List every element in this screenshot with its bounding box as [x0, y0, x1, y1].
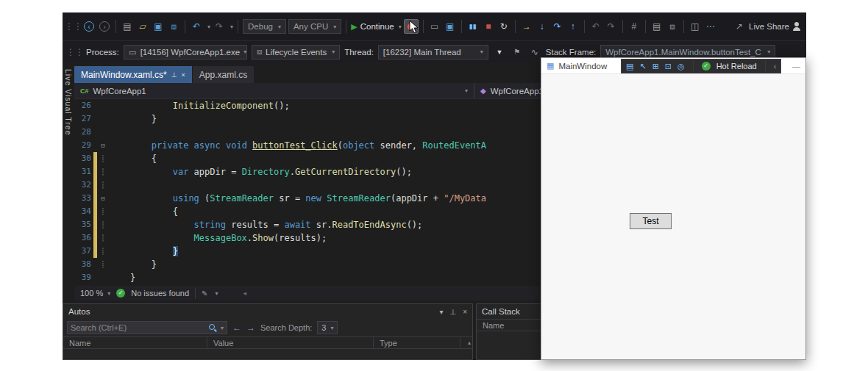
- test-button[interactable]: Test: [630, 213, 672, 229]
- minimize-icon[interactable]: —: [792, 62, 800, 71]
- live-visual-tree-icon[interactable]: ▤: [626, 62, 633, 71]
- new-item-icon[interactable]: ▤: [121, 19, 134, 34]
- show-threads-icon[interactable]: #: [627, 19, 641, 34]
- line-number[interactable]: 37: [74, 245, 93, 258]
- line-number[interactable]: 30: [74, 152, 93, 165]
- show-next-statement-icon[interactable]: →: [520, 19, 533, 34]
- hot-reload-label[interactable]: Hot Reload: [716, 62, 757, 71]
- search-back-icon[interactable]: ←: [232, 323, 241, 333]
- chevron-down-icon: ▾: [207, 24, 210, 30]
- undo-button[interactable]: ↶ ▾: [190, 19, 210, 34]
- panel-menu-icon[interactable]: ▾: [439, 308, 443, 316]
- column-header-type[interactable]: Type: [374, 337, 460, 348]
- line-number[interactable]: 33: [74, 192, 93, 205]
- process-select[interactable]: ▭ [14156] WpfCoreApp1.exe ▾: [124, 45, 247, 60]
- step-over-icon[interactable]: ↷: [551, 19, 564, 34]
- project-dropdown[interactable]: C# WpfCoreApp1 ▾: [74, 83, 474, 98]
- live-visual-tree-side-tab[interactable]: Live Visual Tree: [63, 66, 74, 301]
- pencil-icon[interactable]: ✎: [202, 289, 207, 298]
- chevron-down-icon: ▾: [330, 325, 333, 331]
- line-number[interactable]: 31: [74, 165, 93, 179]
- step-out-icon[interactable]: ↑: [566, 19, 580, 34]
- filter-threads-icon[interactable]: ▼: [493, 45, 506, 60]
- search-icon[interactable]: [208, 323, 217, 332]
- close-icon[interactable]: ×: [182, 71, 185, 79]
- search-box[interactable]: ▾: [67, 321, 227, 334]
- track-focus-icon[interactable]: ⊡: [665, 62, 672, 71]
- pin-icon[interactable]: ⊥: [171, 71, 177, 79]
- output-window-icon[interactable]: ⧈: [666, 19, 679, 34]
- restart-icon[interactable]: ↻: [497, 19, 511, 34]
- stop-debugging-icon[interactable]: ■: [482, 19, 495, 34]
- line-number[interactable]: 35: [74, 218, 93, 231]
- app-title: MainWindow: [558, 62, 607, 71]
- line-number[interactable]: 36: [74, 231, 93, 245]
- window-icon[interactable]: ▭: [428, 19, 441, 34]
- select-element-icon[interactable]: ↖: [639, 62, 646, 71]
- watch-window-icon[interactable]: ◫: [689, 19, 702, 34]
- open-file-icon[interactable]: ▱: [136, 19, 149, 34]
- toolbar-separator: [346, 20, 346, 33]
- app-window-mainwindow[interactable]: ▦ MainWindow — ▤ ↖ ⊞ ⊡ ◎ ✓ Hot Reload ‹ …: [541, 57, 806, 360]
- column-header-value[interactable]: Value: [207, 337, 374, 348]
- chevron-down-icon: ▾: [216, 290, 218, 297]
- line-number[interactable]: 34: [74, 205, 93, 218]
- toolbar-separator: [423, 20, 424, 33]
- account-icon[interactable]: [791, 21, 802, 32]
- collapse-region-icon[interactable]: ⊟: [97, 192, 109, 205]
- save-all-icon[interactable]: ⧈: [167, 19, 180, 34]
- redo-button[interactable]: ↷ ▾: [213, 19, 233, 34]
- scroll-up-icon[interactable]: ▴: [460, 337, 472, 348]
- line-number[interactable]: 38: [74, 258, 93, 271]
- main-toolbar: ⋮⋮ ‹ › ▤ ▱ ▣ ⧈ ↶ ▾ ↷ ▾ Debug ▾ Any CPU ▾…: [63, 12, 806, 40]
- platform-select[interactable]: Any CPU ▾: [288, 19, 341, 34]
- tab-app-xaml-cs[interactable]: App.xaml.cs: [193, 66, 254, 83]
- line-number[interactable]: 28: [74, 126, 93, 139]
- drag-handle-icon[interactable]: ⋮⋮: [67, 19, 80, 34]
- navigate-back-small-icon[interactable]: ↶: [589, 19, 602, 34]
- search-depth-select[interactable]: 3 ▾: [317, 321, 338, 334]
- navigate-backward-icon[interactable]: ‹: [84, 21, 94, 32]
- project-name: WpfCoreApp1: [93, 87, 146, 96]
- binding-failures-icon[interactable]: ◎: [677, 62, 685, 71]
- line-number[interactable]: 32: [74, 179, 93, 192]
- pin-icon[interactable]: ⊥: [449, 308, 456, 316]
- search-forward-icon[interactable]: →: [246, 323, 255, 333]
- suspend-threads-icon[interactable]: ∿: [528, 45, 541, 60]
- column-header-name[interactable]: Name: [63, 337, 207, 348]
- live-share-button[interactable]: ↗ Live Share: [733, 19, 789, 34]
- navigate-forward-small-icon[interactable]: ↷: [605, 19, 618, 34]
- search-input[interactable]: [71, 323, 206, 332]
- scroll-left-icon[interactable]: ◂: [243, 289, 247, 297]
- tab-mainwindow-xaml-cs[interactable]: MainWindow.xaml.cs* ⊥ ×: [74, 66, 192, 83]
- zoom-select[interactable]: 100 % ▾: [80, 289, 110, 298]
- break-all-icon[interactable]: ▮▮: [466, 19, 480, 34]
- outline-guide: [97, 271, 109, 284]
- toolbar-separator: [238, 20, 238, 33]
- collapse-region-icon[interactable]: ⊟: [97, 139, 109, 152]
- debug-configuration-select[interactable]: Debug ▾: [243, 19, 286, 34]
- lifecycle-events-button[interactable]: ⧈ Lifecycle Events ▾: [252, 45, 340, 60]
- line-number[interactable]: 26: [74, 99, 93, 112]
- issues-status[interactable]: No issues found: [131, 289, 189, 298]
- navigate-forward-icon[interactable]: ›: [99, 21, 110, 32]
- close-icon[interactable]: ×: [463, 308, 467, 316]
- live-share-label: Live Share: [749, 22, 789, 31]
- collapse-toolbar-icon[interactable]: ‹: [774, 62, 777, 71]
- display-adorners-icon[interactable]: ⊞: [652, 62, 659, 71]
- breakpoints-window-icon[interactable]: ▤: [650, 19, 664, 34]
- save-icon[interactable]: ▣: [152, 19, 165, 34]
- thread-select[interactable]: [16232] Main Thread ▾: [378, 45, 488, 60]
- platform-value: Any CPU: [294, 22, 328, 31]
- line-number[interactable]: 27: [74, 112, 93, 126]
- continue-button[interactable]: ▶ Continue ▾: [351, 22, 402, 32]
- drag-handle-icon[interactable]: ⋮⋮: [68, 45, 82, 60]
- code-text: }: [109, 112, 157, 126]
- toolbar-overflow-icon[interactable]: ⋯: [704, 19, 717, 34]
- line-number[interactable]: 39: [74, 271, 93, 284]
- line-number[interactable]: 29: [74, 139, 93, 152]
- camera-icon[interactable]: ▣: [444, 19, 457, 34]
- step-into-icon[interactable]: ↓: [536, 19, 549, 34]
- autos-header[interactable]: Autos ▾ ⊥ ×: [63, 304, 472, 319]
- flag-threads-icon[interactable]: ⚑: [511, 45, 524, 60]
